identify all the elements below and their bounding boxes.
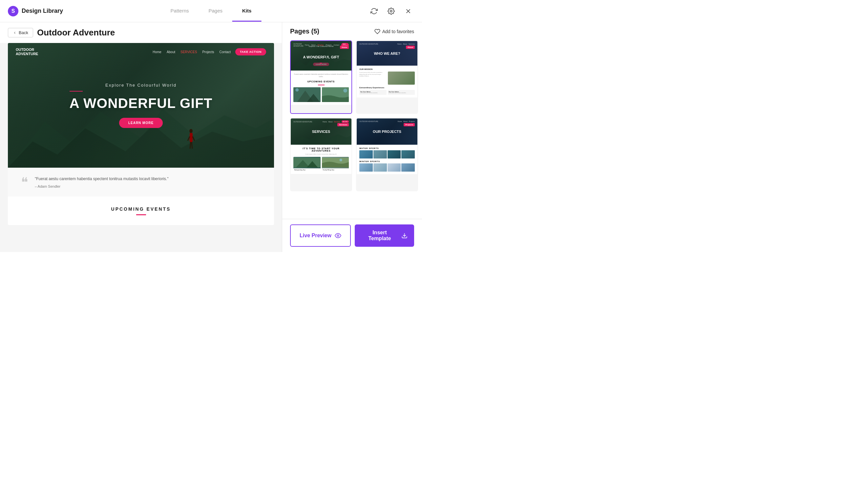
- refresh-button[interactable]: [368, 5, 380, 17]
- thumb-field-img: [322, 87, 349, 102]
- svg-point-0: [390, 10, 392, 12]
- preview-cta-button[interactable]: TAKE ACTION: [235, 48, 266, 55]
- svg-point-17: [343, 89, 347, 92]
- thumb-services-content: IT'S TIME TO START YOUR ADVENTURES Lorem…: [291, 145, 352, 174]
- thumb-about-stats: Our Core Values Lorem ipsum dolor sit am…: [359, 90, 415, 95]
- svg-marker-18: [291, 133, 352, 145]
- header-actions: [368, 5, 414, 17]
- preview-area: OUTDOOR ADVENTURE Home About SERVICES Pr…: [0, 43, 282, 252]
- breadcrumb-bar: Back Outdoor Adventure: [0, 22, 282, 43]
- logo-icon: S: [8, 6, 18, 16]
- thumb-home-inner: OUTDOOR ADVENTURE Home About Services Pr…: [291, 41, 352, 113]
- quote-icon: ❝: [21, 176, 28, 189]
- app-title: Design Library: [22, 7, 63, 15]
- hero-main-title: A WONDERFUL GIFT: [70, 95, 213, 111]
- svg-point-23: [339, 159, 342, 161]
- right-header: Pages (5) Add to favorites: [282, 22, 422, 40]
- back-button[interactable]: Back: [8, 28, 33, 37]
- download-icon: [401, 232, 408, 239]
- thumb-services-nav: OUTDOOR ADVENTURE HomeAboutServices ACTI…: [291, 121, 352, 123]
- svg-rect-6: [190, 133, 193, 142]
- quote-text: "Fuerat aestu carentem habentia spectent…: [35, 176, 168, 182]
- thumb-home[interactable]: OUTDOOR ADVENTURE Home About Services Pr…: [290, 40, 352, 114]
- thumb-projects-tag: Projects: [403, 123, 415, 126]
- thumb-projects-nav: OUTDOOR ADVENTURE HomeAboutProjects Proj…: [357, 121, 417, 122]
- svg-point-15: [295, 88, 299, 92]
- thumb-about-tag: About: [406, 46, 415, 49]
- thumb-services-adventure-text: IT'S TIME TO START YOUR ADVENTURES: [293, 147, 349, 152]
- thumb-services-card-label-2: Family Hiking Tips: [322, 168, 349, 171]
- thumb-projects-section2: WINTER SPORTS: [359, 160, 415, 162]
- logo-area: S Design Library: [8, 6, 63, 16]
- thumb-projects-section1: WATER SPORTS: [359, 147, 415, 149]
- svg-line-9: [190, 142, 191, 149]
- preview-nav: OUTDOOR ADVENTURE Home About SERVICES Pr…: [8, 43, 274, 61]
- thumb-about-nav: OUTDOOR ADVENTURE HomeAboutServices Abou…: [357, 43, 417, 45]
- preview-brand: OUTDOOR ADVENTURE: [16, 48, 38, 56]
- thumb-projects-water-images: [359, 150, 415, 159]
- thumb-about-mission-img: [388, 72, 415, 85]
- thumb-home-nav: OUTDOOR ADVENTURE Home About Services Pr…: [291, 43, 352, 47]
- insert-template-button[interactable]: Insert Template: [355, 224, 414, 247]
- thumb-services-mountain-img: [293, 157, 321, 168]
- thumb-services-card-label-1: Backpacking Tips: [293, 168, 321, 171]
- thumb-projects-hero: OUTDOOR ADVENTURE HomeAboutProjects Proj…: [357, 119, 417, 145]
- thumb-home-hero: OUTDOOR ADVENTURE Home About Services Pr…: [291, 41, 352, 71]
- events-underline: [136, 214, 146, 215]
- close-button[interactable]: [402, 5, 414, 17]
- pages-count: Pages (5): [290, 28, 319, 35]
- add-favorites-label: Add to favorites: [382, 29, 414, 34]
- quote-text-block: "Fuerat aestu carentem habentia spectent…: [35, 176, 168, 188]
- back-arrow-icon: [13, 31, 17, 35]
- tab-patterns[interactable]: Patterns: [161, 1, 199, 22]
- header: S Design Library Patterns Pages Kits: [0, 0, 422, 22]
- svg-point-5: [189, 129, 193, 133]
- thumb-services-inner: OUTDOOR ADVENTURE HomeAboutServices ACTI…: [291, 119, 352, 191]
- preview-learn-button[interactable]: LEARN MORE: [119, 118, 163, 128]
- add-favorites-button[interactable]: Add to favorites: [374, 29, 414, 34]
- svg-line-10: [192, 142, 192, 149]
- svg-marker-11: [291, 57, 352, 71]
- preview-inner: OUTDOOR ADVENTURE Home About SERVICES Pr…: [8, 43, 274, 225]
- eye-icon: [335, 232, 341, 239]
- thumb-home-images: [293, 87, 349, 102]
- thumb-projects-content: WATER SPORTS WINTER SPORTS: [357, 145, 417, 174]
- thumb-services-card-img-2: [322, 157, 349, 168]
- thumb-services-mountain: [291, 131, 352, 145]
- preview-nav-links: Home About SERVICES Projects Contact: [152, 50, 231, 54]
- svg-line-8: [193, 137, 195, 141]
- thumb-services[interactable]: OUTDOOR ADVENTURE HomeAboutServices ACTI…: [290, 118, 352, 191]
- kit-title: Outdoor Adventure: [37, 28, 115, 38]
- main-content: Back Outdoor Adventure: [0, 22, 422, 252]
- tab-kits[interactable]: Kits: [232, 1, 261, 22]
- thumb-services-tag: Services: [337, 123, 349, 126]
- thumb-mountain-img-1: [293, 87, 321, 102]
- main-nav: Patterns Pages Kits: [161, 1, 262, 22]
- thumb-mountain-svg: [291, 54, 352, 71]
- close-icon: [405, 7, 412, 15]
- thumb-projects-title: OUR PROJECTS: [373, 130, 401, 133]
- left-panel: Back Outdoor Adventure: [0, 22, 282, 252]
- heart-icon: [374, 29, 380, 34]
- thumb-projects-winter-images: [359, 163, 415, 172]
- thumb-about-content: OUR MISSION Lorem ipsum dolor sit amet c…: [357, 66, 417, 97]
- thumbnails-grid: OUTDOOR ADVENTURE Home About Services Pr…: [282, 40, 422, 219]
- svg-line-7: [188, 137, 190, 141]
- thumb-about-hero: OUTDOOR ADVENTURE HomeAboutServices Abou…: [357, 41, 417, 66]
- hero-subtitle: Explore The Colourful World: [70, 83, 213, 88]
- hero-divider: [70, 91, 83, 92]
- thumb-projects[interactable]: OUTDOOR ADVENTURE HomeAboutProjects Proj…: [356, 118, 418, 191]
- thumb-home-events-title: UPCOMING EVENTS: [293, 80, 349, 83]
- thumb-about-title: WHO WE ARE?: [374, 52, 400, 55]
- thumb-services-hiking-img: [322, 157, 349, 168]
- gear-icon: [388, 7, 395, 15]
- thumb-services-hero: OUTDOOR ADVENTURE HomeAboutServices ACTI…: [291, 119, 352, 145]
- bottom-action-bar: Live Preview Insert Template: [282, 219, 422, 252]
- thumb-about[interactable]: OUTDOOR ADVENTURE HomeAboutServices Abou…: [356, 40, 418, 114]
- tab-pages[interactable]: Pages: [199, 1, 232, 22]
- events-title: UPCOMING EVENTS: [21, 206, 261, 212]
- settings-button[interactable]: [385, 5, 397, 17]
- right-panel: Pages (5) Add to favorites OUTDOOR ADVEN…: [282, 22, 422, 252]
- svg-point-24: [337, 235, 339, 237]
- live-preview-button[interactable]: Live Preview: [290, 224, 351, 247]
